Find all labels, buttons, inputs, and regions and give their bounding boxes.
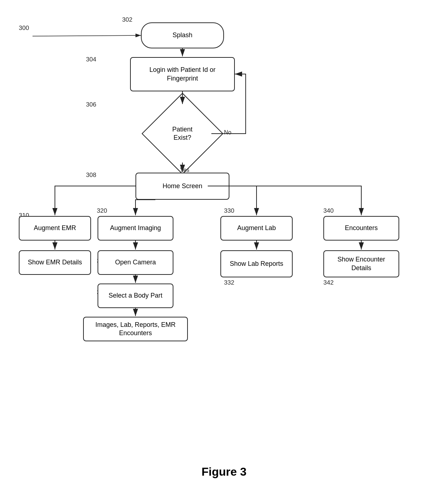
augment-imaging-label: Augment Imaging [110,224,161,232]
splash-label: Splash [172,31,192,39]
ref-320: 320 [97,207,107,215]
login-label: Login with Patient Id orFingerprint [149,66,215,83]
ref-308: 308 [86,172,96,179]
ref-340: 340 [323,207,333,215]
login-node: Login with Patient Id orFingerprint [130,57,235,91]
open-camera-label: Open Camera [115,258,156,267]
encounters-label: Encounters [345,224,378,232]
show-emr-details-label: Show EMR Details [28,258,82,267]
ref-342: 342 [323,279,333,286]
select-body-part-label: Select a Body Part [108,291,162,300]
images-lab-label: Images, Lab, Reports, EMREncounters [95,321,176,338]
images-lab-node: Images, Lab, Reports, EMREncounters [83,317,188,341]
augment-imaging-node: Augment Imaging [98,216,173,241]
splash-node: Splash [141,22,224,48]
show-encounter-details-node: Show EncounterDetails [323,250,399,277]
patient-exist-diamond: PatientExist? [142,93,223,174]
patient-exist-label: PatientExist? [172,125,193,142]
ref-332: 332 [224,279,234,286]
home-screen-node: Home Screen [135,173,229,200]
ref-302: 302 [122,16,132,23]
flowchart-diagram: 300 302 Splash 304 Login with Patient Id… [0,0,448,397]
augment-lab-node: Augment Lab [220,216,293,241]
show-encounter-details-label: Show EncounterDetails [337,255,385,272]
ref-330: 330 [224,207,234,215]
figure-caption: Figure 3 [0,465,448,479]
augment-lab-label: Augment Lab [237,224,276,232]
open-camera-node: Open Camera [98,250,173,275]
ref-300: 300 [19,25,29,32]
encounters-node: Encounters [323,216,399,241]
augment-emr-node: Augment EMR [19,216,91,241]
show-lab-reports-node: Show Lab Reports [220,250,293,277]
show-lab-reports-label: Show Lab Reports [230,260,283,268]
svg-line-1 [33,35,141,36]
show-emr-details-node: Show EMR Details [19,250,91,275]
no-label: No [224,129,231,136]
select-body-part-node: Select a Body Part [98,284,173,308]
ref-306: 306 [86,101,96,108]
ref-304: 304 [86,56,96,63]
home-screen-label: Home Screen [163,182,202,190]
augment-emr-label: Augment EMR [34,224,76,232]
